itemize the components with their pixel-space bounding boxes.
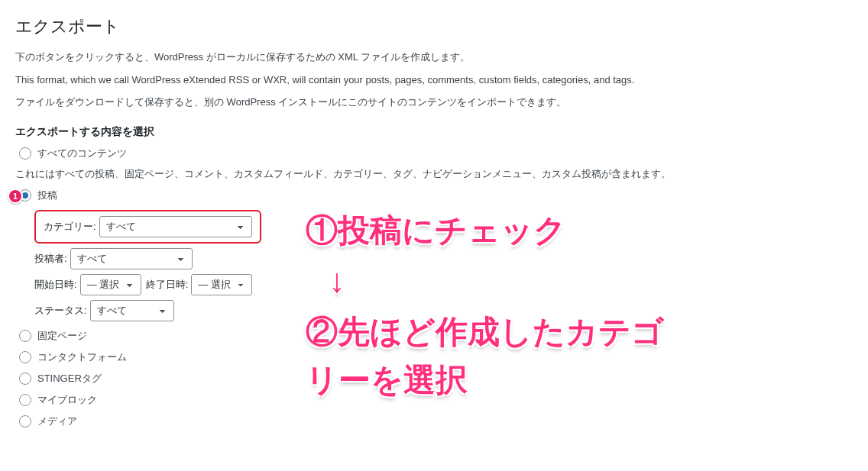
status-select[interactable]: すべて <box>90 300 174 321</box>
radio-stinger-label: STINGERタグ <box>37 372 102 386</box>
radio-contact-label: コンタクトフォーム <box>37 350 127 364</box>
enddate-label: 終了日時: <box>146 278 189 292</box>
category-label: カテゴリー: <box>44 220 96 234</box>
startdate-select[interactable]: — 選択 — <box>80 274 141 295</box>
radio-pages-label: 固定ページ <box>37 329 87 343</box>
radio-all-label: すべてのコンテンツ <box>37 147 127 160</box>
enddate-select[interactable]: — 選択 — <box>191 274 252 295</box>
description-1: 下のボタンをクリックすると、WordPress がローカルに保存するための XM… <box>15 50 853 65</box>
radio-pages[interactable]: 固定ページ <box>19 329 853 343</box>
author-select[interactable]: すべて <box>70 248 193 269</box>
radio-icon <box>19 394 31 406</box>
radio-media[interactable]: メディア <box>19 415 853 428</box>
radio-icon <box>19 415 31 427</box>
radio-icon <box>19 330 31 342</box>
radio-icon <box>19 147 31 160</box>
section-title: エクスポートする内容を選択 <box>15 125 853 139</box>
radio-media-label: メディア <box>37 415 77 428</box>
radio-icon <box>19 351 31 363</box>
radio-all-content[interactable]: すべてのコンテンツ <box>19 147 853 160</box>
radio-contact-form[interactable]: コンタクトフォーム <box>19 350 853 364</box>
category-highlight: カテゴリー: すべて <box>34 210 261 244</box>
post-filters: カテゴリー: すべて 投稿者: すべて 開始日時: — 選択 — 終了日時: —… <box>34 210 853 321</box>
author-label: 投稿者: <box>34 252 67 266</box>
description-3: ファイルをダウンロードして保存すると、別の WordPress インストールにこ… <box>15 95 853 110</box>
category-select[interactable]: すべて <box>99 216 252 237</box>
all-content-note: これにはすべての投稿、固定ページ、コメント、カスタムフィールド、カテゴリー、タグ… <box>15 168 853 181</box>
page-title: エクスポート <box>15 15 853 38</box>
radio-icon <box>19 373 31 385</box>
description-2: This format, which we call WordPress eXt… <box>15 73 853 88</box>
radio-myblock[interactable]: マイブロック <box>19 393 853 407</box>
annotation-badge: 1 <box>8 189 23 204</box>
radio-stinger-tag[interactable]: STINGERタグ <box>19 372 853 386</box>
radio-posts-label: 投稿 <box>37 189 57 202</box>
startdate-label: 開始日時: <box>34 278 77 292</box>
radio-posts[interactable]: 投稿 <box>19 189 853 202</box>
radio-myblock-label: マイブロック <box>37 393 97 407</box>
status-label: ステータス: <box>34 304 87 318</box>
